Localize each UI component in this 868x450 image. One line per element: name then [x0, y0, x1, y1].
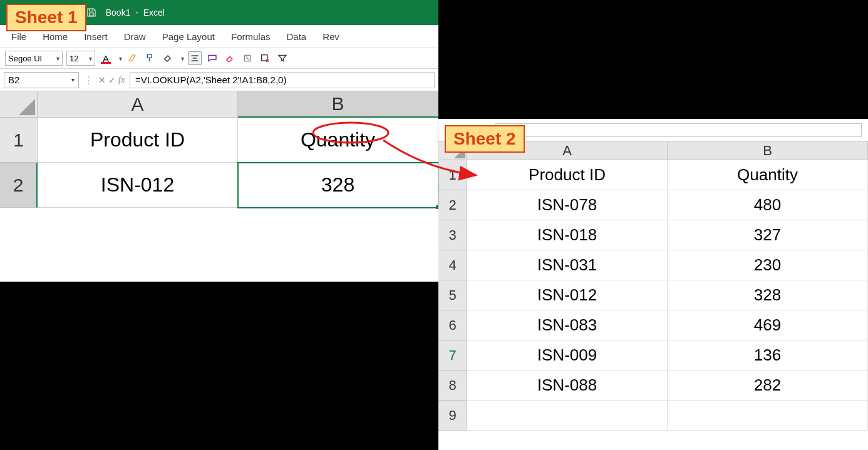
svg-point-2: [170, 59, 172, 61]
chevron-down-icon: ▾: [56, 55, 59, 62]
cell[interactable]: 230: [668, 250, 868, 280]
sheet2-grid[interactable]: A B 1Product IDQuantity 2ISN-078480 3ISN…: [438, 141, 868, 431]
sheet2-window: ⋮ ✕ ✓ fx A B 1Product IDQuantity 2ISN-07…: [438, 119, 868, 450]
col-header-a[interactable]: A: [38, 91, 238, 118]
cell[interactable]: Quantity: [668, 160, 868, 190]
cell[interactable]: ISN-031: [467, 250, 668, 280]
cell[interactable]: 328: [668, 280, 868, 310]
tab-data[interactable]: Data: [286, 31, 306, 42]
chevron-down-icon[interactable]: ▾: [119, 55, 122, 62]
font-select[interactable]: Segoe UI▾: [5, 51, 63, 66]
chevron-down-icon[interactable]: ▾: [181, 55, 184, 62]
svg-rect-1: [147, 54, 152, 58]
cell-b2[interactable]: 328: [238, 163, 438, 208]
cell[interactable]: ISN-088: [467, 371, 668, 401]
save-icon[interactable]: [86, 7, 97, 18]
svg-rect-0: [90, 13, 93, 16]
font-color-button[interactable]: A: [99, 51, 113, 65]
font-size-select[interactable]: 12▾: [66, 51, 95, 66]
cell[interactable]: [467, 401, 668, 431]
row-header[interactable]: 8: [438, 371, 467, 401]
tab-review[interactable]: Rev: [323, 31, 339, 42]
cell-a1[interactable]: Product ID: [38, 118, 238, 163]
annotation-label-sheet1: Sheet 1: [6, 4, 86, 31]
col-header-b[interactable]: B: [238, 91, 438, 118]
highlighter-icon[interactable]: [126, 51, 140, 65]
filter-icon[interactable]: [276, 51, 289, 65]
tab-insert[interactable]: Insert: [84, 31, 108, 42]
delete-sheet-icon[interactable]: [258, 51, 272, 65]
enter-icon[interactable]: ✓: [108, 75, 116, 85]
row-header[interactable]: 7: [438, 340, 467, 371]
sheet1-grid[interactable]: A B 1 Product ID Quantity 2 ISN-012 328: [0, 91, 438, 208]
tab-draw[interactable]: Draw: [124, 31, 146, 42]
row-header[interactable]: 3: [438, 220, 467, 250]
col-header-b-2[interactable]: B: [668, 141, 868, 160]
fill-color-icon[interactable]: [161, 51, 175, 65]
cell[interactable]: ISN-018: [467, 220, 668, 250]
chevron-down-icon: ▾: [71, 76, 75, 83]
row-header[interactable]: 1: [438, 160, 467, 190]
comment-icon[interactable]: [205, 51, 219, 65]
row-header[interactable]: 2: [438, 190, 467, 220]
cell[interactable]: 136: [668, 340, 868, 371]
cell[interactable]: 282: [668, 371, 868, 401]
chevron-down-icon: ▾: [89, 55, 92, 62]
formula-input[interactable]: =VLOOKUP(A2,'Sheet 2'!A1:B8,2,0): [130, 72, 435, 88]
cell-b1[interactable]: Quantity: [238, 118, 438, 163]
window-title: Book1 - Excel: [106, 8, 165, 18]
cell[interactable]: Product ID: [467, 160, 668, 190]
format-painter-icon[interactable]: [143, 51, 157, 65]
row-header[interactable]: 9: [438, 401, 467, 431]
eraser-icon[interactable]: [223, 51, 237, 65]
name-box[interactable]: B2▾: [4, 72, 79, 88]
cell[interactable]: 327: [668, 220, 868, 250]
cell[interactable]: ISN-012: [467, 280, 668, 310]
cell-a2[interactable]: ISN-012: [38, 163, 238, 208]
row-header[interactable]: 5: [438, 280, 467, 310]
tab-file[interactable]: File: [11, 31, 26, 42]
row-header[interactable]: 4: [438, 250, 467, 280]
tab-formulas[interactable]: Formulas: [231, 31, 271, 42]
select-all-corner[interactable]: [0, 91, 38, 118]
quick-toolbar: Segoe UI▾ 12▾ A ▾ ▾: [0, 48, 438, 69]
cell[interactable]: 469: [668, 310, 868, 340]
cell[interactable]: ISN-009: [467, 340, 668, 371]
tab-page-layout[interactable]: Page Layout: [162, 31, 215, 42]
cell[interactable]: ISN-078: [467, 190, 668, 220]
cell[interactable]: 480: [668, 190, 868, 220]
row-header-1[interactable]: 1: [0, 118, 38, 163]
cell[interactable]: [668, 401, 868, 431]
sheet1-window: AutoSave Off Book1 - Excel File Home Ins…: [0, 0, 438, 282]
row-header[interactable]: 6: [438, 310, 467, 340]
align-center-button[interactable]: [188, 51, 202, 65]
formula-bar: B2▾ ⋮ ✕ ✓ fx =VLOOKUP(A2,'Sheet 2'!A1:B8…: [0, 69, 438, 91]
formula-controls: ✕ ✓ fx: [98, 75, 125, 85]
cell[interactable]: ISN-083: [467, 310, 668, 340]
row-header-2[interactable]: 2: [0, 163, 38, 208]
cancel-icon[interactable]: ✕: [98, 75, 106, 85]
svg-line-7: [245, 56, 249, 59]
fx-icon[interactable]: fx: [118, 75, 125, 85]
formula-input-2[interactable]: [495, 123, 862, 137]
tab-home[interactable]: Home: [43, 31, 68, 42]
annotation-label-sheet2: Sheet 2: [445, 125, 525, 153]
clear-format-icon[interactable]: [240, 51, 254, 65]
